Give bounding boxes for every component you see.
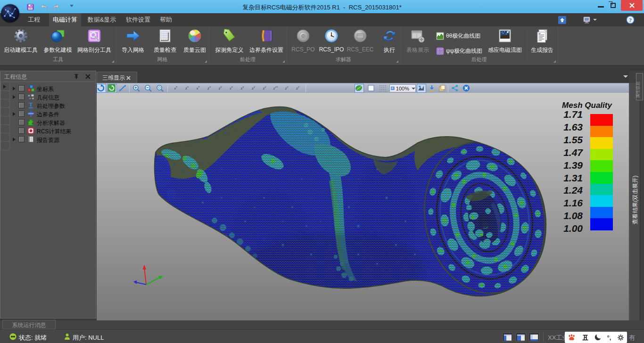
svg-text:?: ? [629,17,632,24]
svg-text:T: T [29,102,33,108]
